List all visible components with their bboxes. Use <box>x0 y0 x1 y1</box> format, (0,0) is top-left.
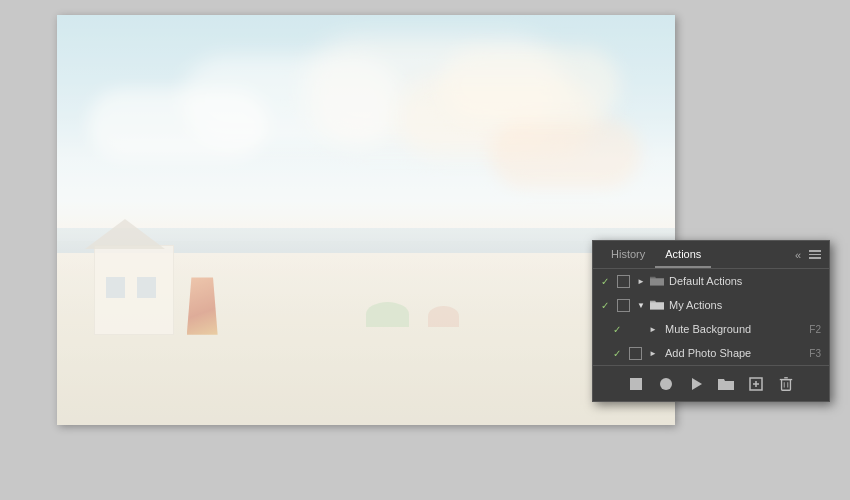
new-action-button[interactable] <box>746 374 766 394</box>
svg-point-1 <box>660 378 672 390</box>
tab-history[interactable]: History <box>601 242 655 268</box>
folder-icon-default <box>649 273 665 289</box>
new-set-button[interactable] <box>716 374 736 394</box>
expand-add-photo-shape[interactable]: ► <box>645 349 661 358</box>
action-row-my-actions[interactable]: ✓ ▼ My Actions <box>593 293 829 317</box>
beach-photo <box>57 15 675 425</box>
modal-icon-default <box>617 275 630 288</box>
check-mute-background: ✓ <box>609 324 625 335</box>
check-default-actions: ✓ <box>597 276 613 287</box>
modal-default-actions <box>613 275 633 288</box>
shortcut-add-photo-shape: F3 <box>809 348 825 359</box>
play-button[interactable] <box>686 374 706 394</box>
action-row-default-actions[interactable]: ✓ ► Default Actions <box>593 269 829 293</box>
panel-footer <box>593 365 829 401</box>
label-my-actions: My Actions <box>665 299 825 311</box>
svg-marker-2 <box>692 378 702 390</box>
action-row-mute-background[interactable]: ✓ ► Mute Background F2 <box>593 317 829 341</box>
svg-rect-6 <box>782 379 791 390</box>
panel-collapse-icon[interactable]: « <box>795 249 801 261</box>
svg-rect-0 <box>630 378 642 390</box>
label-add-photo-shape: Add Photo Shape <box>661 347 809 359</box>
label-default-actions: Default Actions <box>665 275 825 287</box>
modal-add-photo-shape <box>625 347 645 360</box>
check-add-photo-shape: ✓ <box>609 348 625 359</box>
modal-icon-my <box>617 299 630 312</box>
stop-button[interactable] <box>626 374 646 394</box>
panel-content: ✓ ► Default Actions ✓ ▼ <box>593 269 829 365</box>
expand-my-actions[interactable]: ▼ <box>633 301 649 310</box>
photo-fade-overlay <box>57 15 675 425</box>
modal-icon-add-photo <box>629 347 642 360</box>
record-button[interactable] <box>656 374 676 394</box>
actions-panel: History Actions « ✓ ► <box>592 240 830 402</box>
tab-actions[interactable]: Actions <box>655 242 711 268</box>
action-row-add-photo-shape[interactable]: ✓ ► Add Photo Shape F3 <box>593 341 829 365</box>
modal-my-actions <box>613 299 633 312</box>
delete-button[interactable] <box>776 374 796 394</box>
label-mute-background: Mute Background <box>661 323 809 335</box>
panel-tabs: History Actions <box>601 242 711 268</box>
folder-icon-my <box>649 297 665 313</box>
shortcut-mute-background: F2 <box>809 324 825 335</box>
check-my-actions: ✓ <box>597 300 613 311</box>
panel-header: History Actions « <box>593 241 829 269</box>
expand-default-actions[interactable]: ► <box>633 277 649 286</box>
canvas-area <box>57 15 675 425</box>
expand-mute-background[interactable]: ► <box>645 325 661 334</box>
panel-menu-icon[interactable] <box>809 250 821 259</box>
